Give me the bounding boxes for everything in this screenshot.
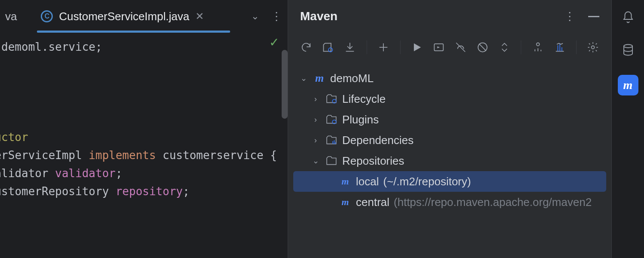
maven-icon: m — [313, 72, 326, 85]
maven-repo-icon: m — [339, 176, 352, 187]
tab-filename: CustomerServiceImpl.java — [59, 10, 189, 23]
toolbar-separator — [521, 40, 521, 54]
chevron-down-icon[interactable]: ⌄ — [298, 74, 309, 83]
editor-pane: va C CustomerServiceImpl.java ✕ ⌄ ⋮ ✓ pa… — [0, 0, 288, 258]
java-class-icon: C — [41, 10, 53, 22]
repo-local-node[interactable]: m local (~/.m2/repository) — [293, 171, 606, 192]
svg-point-4 — [592, 46, 595, 49]
active-file-tab[interactable]: C CustomerServiceImpl.java ✕ — [34, 0, 210, 33]
maven-tool-window: Maven ⋮ ⌄ m — [288, 0, 612, 258]
folder-settings-icon — [325, 115, 338, 124]
node-label: Plugins — [342, 113, 379, 126]
partial-tab-prev[interactable]: va — [5, 10, 34, 23]
maven-toolbar — [288, 33, 611, 62]
toolbar-separator — [367, 40, 367, 54]
collapse-all-icon[interactable] — [497, 40, 511, 55]
show-dependencies-icon[interactable] — [531, 40, 545, 55]
repo-name: central — [356, 196, 389, 209]
panel-options-icon[interactable]: ⋮ — [564, 10, 575, 23]
plugins-node[interactable]: › Plugins — [288, 109, 611, 130]
project-node[interactable]: ⌄ m demoML — [288, 68, 611, 89]
folder-icon — [325, 156, 338, 166]
maven-repo-icon: m — [339, 197, 352, 208]
svg-point-3 — [536, 43, 539, 46]
maven-toolwindow-button[interactable]: m — [618, 75, 638, 95]
close-tab-icon[interactable]: ✕ — [195, 10, 204, 22]
toolbar-separator — [576, 40, 577, 54]
maven-tree: ⌄ m demoML › Lifecycle › Plugins › — [288, 62, 611, 258]
lifecycle-node[interactable]: › Lifecycle — [288, 89, 611, 109]
chevron-right-icon[interactable]: › — [310, 136, 321, 145]
folder-deps-icon — [325, 135, 338, 145]
repo-name: local — [356, 175, 379, 188]
download-sources-icon[interactable] — [343, 40, 357, 55]
project-name: demoML — [330, 72, 374, 85]
panel-minimize-icon[interactable] — [588, 16, 599, 17]
editor-scrollbar[interactable] — [282, 50, 288, 119]
run-config-icon[interactable] — [432, 40, 446, 55]
node-label: Repositories — [342, 154, 404, 168]
repositories-node[interactable]: ⌄ Repositories — [288, 150, 611, 171]
chevron-right-icon[interactable]: › — [310, 115, 321, 124]
run-icon[interactable] — [410, 40, 424, 55]
analyze-dependencies-icon[interactable] — [553, 40, 567, 55]
maven-icon: m — [623, 78, 633, 92]
node-label: Dependencies — [342, 134, 413, 147]
tab-more-icon[interactable]: ⋮ — [271, 10, 283, 23]
folder-settings-icon — [325, 94, 338, 104]
editor-body[interactable]: ✓ package com.example.demoml.service; @R… — [0, 33, 288, 258]
generate-sources-icon[interactable] — [321, 40, 335, 55]
maven-header: Maven ⋮ — [288, 0, 611, 33]
node-label: Lifecycle — [342, 92, 386, 106]
maven-settings-icon[interactable] — [586, 40, 600, 55]
database-icon[interactable] — [620, 42, 636, 58]
reload-icon[interactable] — [299, 40, 313, 55]
panel-title: Maven — [300, 9, 337, 23]
add-project-icon[interactable] — [377, 40, 391, 55]
dependencies-node[interactable]: › Dependencies — [288, 130, 611, 150]
editor-tabs: va C CustomerServiceImpl.java ✕ ⌄ ⋮ — [0, 0, 288, 33]
toggle-skip-tests-icon[interactable] — [475, 40, 489, 55]
toggle-offline-icon[interactable] — [453, 40, 468, 55]
repo-url: (https://repo.maven.apache.org/maven2 — [394, 196, 592, 209]
svg-point-7 — [624, 45, 632, 48]
chevron-down-icon[interactable]: ⌄ — [310, 156, 321, 166]
code-content: package com.example.demoml.service; @Req… — [0, 38, 277, 258]
repo-central-node[interactable]: m central (https://repo.maven.apache.org… — [288, 192, 611, 212]
repo-path: (~/.m2/repository) — [383, 175, 471, 188]
tab-list-dropdown-icon[interactable]: ⌄ — [251, 11, 259, 22]
notifications-icon[interactable] — [620, 9, 636, 25]
toolbar-separator — [400, 40, 401, 54]
chevron-right-icon[interactable]: › — [310, 95, 321, 104]
right-tool-strip: m — [612, 0, 644, 258]
